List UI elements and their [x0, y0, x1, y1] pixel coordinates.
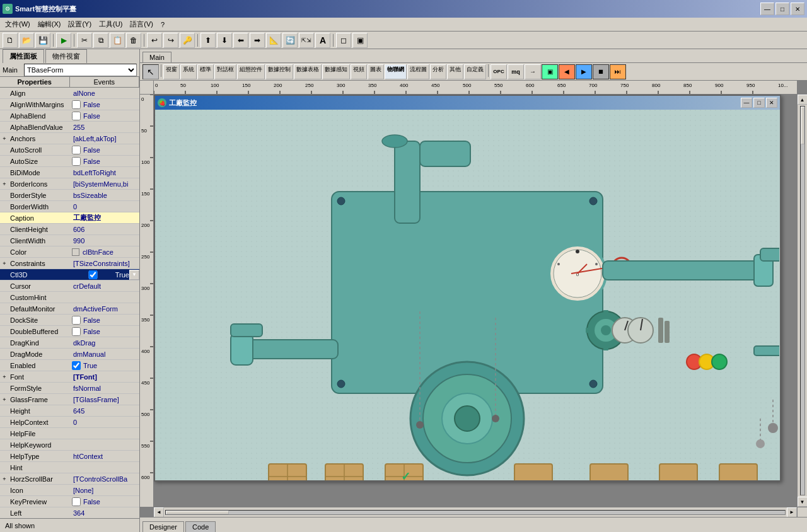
tab-datasense[interactable]: 數據感知 — [322, 64, 350, 79]
redo-button[interactable]: ↪ — [163, 33, 178, 48]
ctl3d-check[interactable] — [72, 270, 114, 279]
comp-btn3[interactable]: ▶ — [576, 64, 592, 79]
close-button[interactable]: ✕ — [791, 3, 804, 15]
tab-video[interactable]: 視頻 — [351, 64, 367, 79]
tab-components[interactable]: 組態控件 — [237, 64, 265, 79]
new-button[interactable]: 🗋 — [3, 33, 18, 48]
menu-help[interactable]: ? — [157, 20, 168, 30]
rect2-btn[interactable]: ▣ — [352, 33, 368, 48]
form-window[interactable]: 🍓 工廠監控 — □ ✕ — [154, 95, 781, 482]
tab-other[interactable]: 其他 — [447, 64, 463, 79]
canvas-tab-main[interactable]: Main — [142, 52, 171, 62]
doublebuffered-check[interactable] — [72, 327, 81, 336]
delete-button[interactable]: 🗑 — [126, 33, 141, 48]
design-canvas-wrapper[interactable]: 0 50 100 150 200 250 300 — [140, 81, 807, 517]
text-btn[interactable]: A — [315, 33, 330, 48]
vscroll-thumb[interactable] — [801, 107, 804, 144]
align-right[interactable]: ➡ — [250, 33, 265, 48]
subtab-properties[interactable]: Properties — [0, 77, 70, 87]
canvas-vscrollbar[interactable]: ▲ ▼ — [797, 95, 807, 507]
prop-row-dragkind: DragKind dkDrag — [0, 337, 139, 349]
svg-text:300: 300 — [337, 83, 345, 88]
tab-chart[interactable]: 圖表 — [368, 64, 384, 79]
form-maximize[interactable]: □ — [753, 98, 765, 108]
menu-settings[interactable]: 設置(Y) — [64, 18, 95, 30]
minimize-button[interactable]: — — [760, 3, 774, 15]
comp-arrow[interactable]: → — [525, 64, 541, 79]
menu-edit[interactable]: 編輯(X) — [34, 18, 65, 30]
svg-text:650: 650 — [557, 83, 566, 88]
align-btn[interactable]: 📐 — [266, 33, 281, 48]
form-minimize[interactable]: — — [741, 98, 752, 108]
paste-button[interactable]: 📋 — [110, 33, 125, 48]
tab-standard[interactable]: 標準 — [197, 64, 214, 79]
open-button[interactable]: 📂 — [19, 33, 34, 48]
scale-btn[interactable]: ⇱⇲ — [299, 33, 314, 48]
maximize-button[interactable]: □ — [775, 3, 789, 15]
alignwithmargins-check[interactable] — [72, 100, 81, 109]
menu-language[interactable]: 語言(V) — [126, 18, 157, 30]
tab-objects[interactable]: 物件視窗 — [45, 49, 87, 63]
svg-rect-89 — [243, 340, 338, 359]
comp-btn1[interactable]: ▣ — [542, 64, 558, 79]
comp-mq[interactable]: mq — [508, 64, 524, 79]
vscroll-up[interactable]: ▲ — [798, 95, 808, 105]
tab-view[interactable]: 視窗 — [163, 64, 180, 79]
svg-text:800: 800 — [652, 83, 661, 88]
docksite-check[interactable] — [72, 316, 81, 325]
rect1-btn[interactable]: ◻ — [336, 33, 351, 48]
rotate-btn[interactable]: 🔄 — [282, 33, 298, 48]
tab-code[interactable]: Code — [185, 521, 216, 532]
ctl3d-dropdown[interactable]: ▼ — [129, 270, 139, 280]
tab-custom[interactable]: 自定義 — [464, 64, 486, 79]
vscroll-down[interactable]: ▼ — [798, 497, 808, 507]
tab-designer[interactable]: Designer — [142, 521, 184, 532]
tab-analysis[interactable]: 分析 — [430, 64, 446, 79]
cut-button[interactable]: ✂ — [77, 33, 92, 48]
align-left[interactable]: ⬅ — [233, 33, 248, 48]
comp-opc[interactable]: OPC — [491, 64, 507, 79]
prop-row-ctl3d[interactable]: Ctl3D True ▼ — [0, 269, 139, 280]
undo-button[interactable]: ↩ — [147, 33, 162, 48]
svg-text:500: 500 — [463, 83, 472, 88]
save-button[interactable]: 💾 — [35, 33, 50, 48]
align-up[interactable]: ⬆ — [200, 33, 216, 48]
autoscroll-check[interactable] — [72, 146, 81, 154]
tab-datacontrol[interactable]: 數據控制 — [265, 64, 293, 79]
comp-btn5[interactable]: ⏭ — [610, 64, 626, 79]
hscroll-right[interactable]: ► — [787, 507, 797, 518]
run-button[interactable]: ▶ — [56, 33, 71, 48]
menu-file[interactable]: 文件(W) — [1, 18, 34, 30]
canvas-hscrollbar[interactable]: ◄ ► — [154, 507, 797, 517]
align-down[interactable]: ⬇ — [217, 33, 232, 48]
enabled-check[interactable] — [72, 361, 81, 370]
autosize-check[interactable] — [72, 157, 81, 166]
svg-text:950: 950 — [746, 83, 755, 88]
svg-text:300: 300 — [141, 286, 150, 291]
keypreview-check[interactable] — [72, 497, 81, 506]
tab-iot[interactable]: 物聯網 — [385, 64, 407, 79]
cursor-tool[interactable]: ↖ — [142, 64, 159, 79]
component-type-select[interactable]: TBaseForm — [24, 64, 137, 76]
hscroll-thumb[interactable] — [166, 511, 229, 514]
tab-flowchart[interactable]: 流程圖 — [407, 64, 429, 79]
hscroll-track[interactable] — [165, 510, 786, 515]
tab-dialog[interactable]: 對話框 — [214, 64, 236, 79]
tab-properties[interactable]: 属性面板 — [3, 49, 44, 63]
form-close[interactable]: ✕ — [766, 98, 777, 108]
key-button[interactable]: 🔑 — [180, 33, 195, 48]
prop-row-align: Align alNone — [0, 88, 139, 99]
svg-rect-108 — [665, 321, 670, 343]
properties-table: Align alNone AlignWithMargins False Alph… — [0, 88, 139, 518]
comp-btn4[interactable]: ⏹ — [593, 64, 609, 79]
vscroll-track[interactable] — [800, 106, 805, 495]
hscroll-left[interactable]: ◄ — [154, 507, 164, 518]
subtab-events[interactable]: Events — [70, 77, 140, 87]
alphablend-check[interactable] — [72, 112, 81, 120]
menu-tools[interactable]: 工具(U) — [95, 18, 126, 30]
svg-text:50: 50 — [180, 83, 186, 88]
tab-datatable[interactable]: 數據表格 — [294, 64, 322, 79]
copy-button[interactable]: ⧉ — [93, 33, 108, 48]
tab-system[interactable]: 系統 — [180, 64, 197, 79]
comp-btn2[interactable]: ◀ — [559, 64, 575, 79]
